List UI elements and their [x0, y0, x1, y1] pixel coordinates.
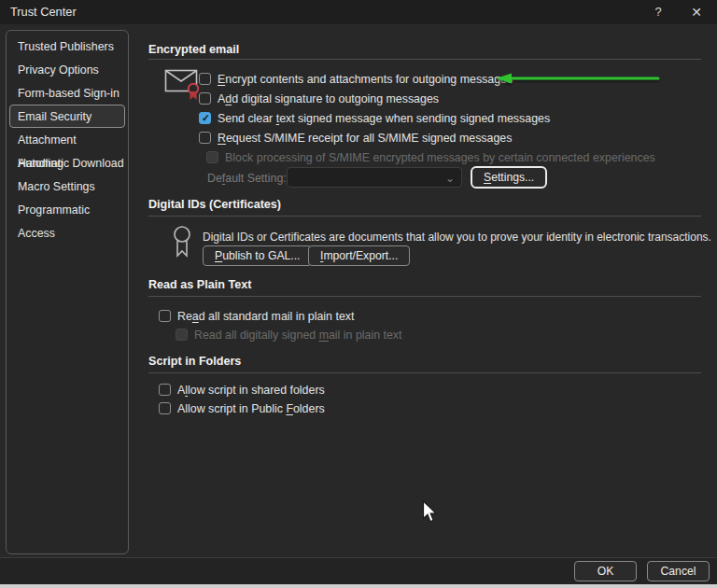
checkbox-row-script-public-folders: Allow script in Public Folders — [159, 401, 325, 415]
checkbox-label-add-signature[interactable]: Add digital signature to outgoing messag… — [218, 92, 439, 105]
checkbox-label-block-processing: Block processing of S/MIME encrypted mes… — [225, 151, 655, 164]
mouse-cursor-icon — [422, 500, 439, 525]
sidebar-item-privacy-options[interactable]: Privacy Options — [9, 58, 125, 81]
checkbox-read-standard-plain[interactable] — [159, 310, 171, 322]
checkbox-block-processing — [206, 151, 218, 163]
ok-button[interactable]: OK — [574, 561, 637, 581]
dialog-title: Trust Center — [10, 0, 77, 24]
import-export-button[interactable]: Import/Export... — [308, 245, 410, 266]
section-divider — [148, 216, 701, 217]
checkbox-row-block-processing: Block processing of S/MIME encrypted mes… — [206, 150, 655, 164]
section-title-digital-ids: Digital IDs (Certificates) — [148, 198, 281, 211]
section-divider — [148, 59, 701, 60]
checkbox-row-add-signature: Add digital signature to outgoing messag… — [199, 91, 439, 105]
trust-center-dialog: Trust Center ? ✕ Trusted Publishers Priv… — [0, 0, 717, 588]
chevron-down-icon: ⌄ — [445, 169, 455, 188]
checkbox-request-receipt[interactable] — [199, 132, 211, 144]
checkbox-label-read-signed-plain: Read all digitally signed mail in plain … — [194, 329, 401, 342]
settings-button[interactable]: Settings... — [471, 166, 547, 189]
checkbox-row-read-standard-plain: Read all standard mail in plain text — [159, 309, 354, 323]
checkbox-row-read-signed-plain: Read all digitally signed mail in plain … — [176, 328, 401, 342]
checkbox-encrypt-contents[interactable] — [199, 73, 211, 85]
default-setting-dropdown[interactable]: ⌄ — [287, 167, 462, 188]
checkbox-label-read-standard-plain[interactable]: Read all standard mail in plain text — [177, 310, 354, 323]
section-title-encrypted-email: Encrypted email — [148, 43, 239, 56]
checkbox-row-script-shared-folders: Allow script in shared folders — [159, 383, 325, 397]
encrypted-envelope-icon — [164, 66, 204, 102]
sidebar-item-attachment-handling[interactable]: Attachment Handling — [9, 128, 125, 151]
checkbox-row-encrypt-contents: Encrypt contents and attachments for out… — [199, 72, 513, 86]
close-icon[interactable]: ✕ — [686, 0, 707, 24]
checkbox-row-send-clear-text: ✓ Send clear text signed message when se… — [199, 111, 550, 125]
checkbox-label-send-clear-text[interactable]: Send clear text signed message when send… — [218, 112, 550, 125]
checkbox-row-request-receipt: Request S/MIME receipt for all S/MIME si… — [199, 131, 512, 145]
checkbox-label-script-public-folders[interactable]: Allow script in Public Folders — [177, 402, 325, 415]
sidebar-item-programmatic-access[interactable]: Programmatic Access — [9, 198, 125, 221]
certificate-icon — [171, 225, 193, 264]
help-icon[interactable]: ? — [648, 0, 668, 24]
checkbox-read-signed-plain — [176, 329, 188, 341]
default-setting-label: Default Setting: — [207, 172, 287, 185]
checkbox-script-public-folders[interactable] — [159, 402, 171, 414]
sidebar-item-trusted-publishers[interactable]: Trusted Publishers — [9, 35, 125, 58]
sidebar: Trusted Publishers Privacy Options Form-… — [6, 30, 129, 554]
sidebar-item-form-based-sign-in[interactable]: Form-based Sign-in — [9, 81, 125, 105]
annotation-arrow-left-icon — [494, 72, 662, 85]
sidebar-item-macro-settings[interactable]: Macro Settings — [9, 175, 125, 198]
section-title-script-in-folders: Script in Folders — [148, 355, 241, 368]
section-title-read-plain-text: Read as Plain Text — [148, 278, 251, 291]
section-divider — [148, 296, 701, 297]
sidebar-item-email-security[interactable]: Email Security — [9, 105, 125, 128]
sidebar-item-automatic-download[interactable]: Automatic Download — [9, 151, 125, 175]
checkbox-send-clear-text[interactable]: ✓ — [199, 112, 211, 124]
titlebar: Trust Center ? ✕ — [0, 0, 717, 24]
checkbox-label-encrypt-contents[interactable]: Encrypt contents and attachments for out… — [218, 73, 513, 86]
checkbox-label-script-shared-folders[interactable]: Allow script in shared folders — [177, 384, 325, 397]
cancel-button[interactable]: Cancel — [647, 561, 710, 581]
window-bottom-edge — [0, 584, 717, 588]
checkbox-script-shared-folders[interactable] — [159, 384, 171, 396]
publish-to-gal-button[interactable]: Publish to GAL... — [203, 245, 312, 266]
section-divider — [148, 372, 701, 373]
checkbox-add-signature[interactable] — [199, 92, 211, 105]
checkbox-label-request-receipt[interactable]: Request S/MIME receipt for all S/MIME si… — [218, 132, 512, 145]
digital-ids-description: Digital IDs or Certificates are document… — [203, 231, 711, 244]
check-icon: ✓ — [200, 112, 212, 124]
